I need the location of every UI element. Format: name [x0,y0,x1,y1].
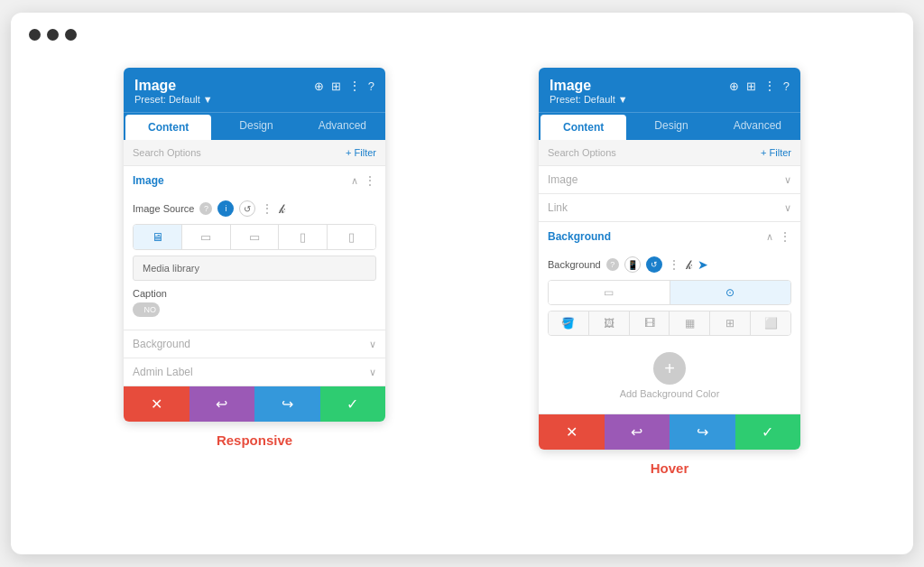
hover-background-field-label: Background [548,259,601,270]
responsive-img-src-tablet2[interactable]: ▭ [231,225,280,249]
dot-1 [29,29,41,41]
hover-background-section-body: Background ? 📱 ↺ ⋮ 𝓀 ➤ ▭ ⊙ [539,251,800,414]
hover-filter-btn[interactable]: + Filter [761,147,791,158]
responsive-caption-toggle[interactable]: NO [133,302,160,317]
responsive-redo-btn[interactable]: ↪ [254,386,320,422]
responsive-img-src-monitor[interactable]: 🖥 [134,225,182,249]
hover-add-bg-color-label: Add Background Color [620,388,720,399]
responsive-bottom-bar: ✕ ↩ ↪ ✓ [124,386,385,422]
responsive-toggle-track[interactable]: NO [133,302,160,317]
responsive-admin-label-chevron[interactable]: ∨ [369,367,376,378]
responsive-admin-label-section-header[interactable]: Admin Label ∨ [124,358,385,386]
responsive-image-source-row: Image Source ? i ↺ ⋮ 𝓀 [133,200,376,217]
responsive-cancel-btn[interactable]: ✕ [124,386,189,422]
hover-target-icon[interactable]: ⊕ [729,79,739,93]
responsive-caption-toggle-row: NO [133,302,376,317]
responsive-label: Responsive [217,432,292,448]
responsive-background-section: Background ∨ [124,330,385,358]
responsive-panel-title: Image [134,77,213,94]
dot-3 [65,29,77,41]
hover-link-section-header[interactable]: Link ∨ [539,194,800,221]
hover-image-section-header[interactable]: Image ∨ [539,166,800,193]
hover-panel-icons: ⊕ ⊞ ⋮ ? [729,79,790,93]
hover-bg-icon-gradient[interactable]: ▦ [670,311,710,335]
hover-search-bar: Search Options + Filter [539,140,800,166]
hover-bg-icon-image[interactable]: 🖼 [589,311,630,335]
hover-bg-icon-circle[interactable]: ⊙ [670,281,791,304]
responsive-image-source-info-btn[interactable]: i [217,200,234,217]
responsive-caption-label: Caption [133,288,376,299]
responsive-panel-icons: ⊕ ⊞ ⋮ ? [314,79,374,93]
responsive-background-section-title: Background [133,338,190,350]
responsive-img-src-tablet[interactable]: ▭ [182,225,231,249]
responsive-media-library-btn[interactable]: Media library [133,256,376,281]
responsive-image-section-title: Image [133,174,164,187]
responsive-undo-btn[interactable]: ↩ [189,386,255,422]
hover-image-section-title: Image [548,173,578,186]
responsive-admin-label-section-title: Admin Label [133,366,193,378]
hover-bg-icons-row1: ▭ ⊙ [548,280,791,305]
hover-link-section: Link ∨ [539,194,800,222]
responsive-tab-advanced[interactable]: Advanced [300,113,385,140]
responsive-save-btn[interactable]: ✓ [320,386,386,422]
hover-bg-icon-video[interactable]: 🎞 [630,311,670,335]
hover-panel-preset[interactable]: Preset: Default ▼ [550,94,628,105]
responsive-panel-preset[interactable]: Preset: Default ▼ [134,94,213,105]
hover-undo-btn[interactable]: ↩ [605,414,670,450]
responsive-tab-design[interactable]: Design [213,113,299,140]
responsive-image-chevron-up[interactable]: ∧ [351,175,358,187]
hover-bg-icon-bucket[interactable]: 🪣 [549,311,589,335]
responsive-panel-wrapper: Image Preset: Default ▼ ⊕ ⊞ ⋮ ? Content … [124,68,385,448]
responsive-layout-icon[interactable]: ⊞ [331,79,341,93]
hover-background-active-icon-btn[interactable]: ↺ [646,256,662,273]
responsive-img-src-mobile[interactable]: ▯ [279,225,328,249]
hover-save-btn[interactable]: ✓ [735,414,801,450]
hover-tab-content[interactable]: Content [541,115,626,140]
hover-bg-icon-pattern[interactable]: ⊞ [710,311,751,335]
responsive-search-input[interactable]: Search Options [133,147,201,158]
hover-layout-icon[interactable]: ⊞ [746,79,756,93]
responsive-help-icon[interactable]: ? [368,79,374,93]
responsive-panel: Image Preset: Default ▼ ⊕ ⊞ ⋮ ? Content … [124,68,385,422]
hover-background-chevron-up[interactable]: ∧ [766,231,773,243]
responsive-background-chevron[interactable]: ∨ [369,339,376,350]
panels-container: Image Preset: Default ▼ ⊕ ⊞ ⋮ ? Content … [29,59,895,485]
hover-tab-advanced[interactable]: Advanced [715,113,800,140]
hover-background-phone-btn[interactable]: 📱 [624,256,641,273]
responsive-tabs: Content Design Advanced [124,112,385,140]
hover-background-help[interactable]: ? [606,258,619,271]
browser-dots [29,29,895,41]
responsive-dots-icon[interactable]: ⋮ [348,79,361,93]
hover-bottom-bar: ✕ ↩ ↪ ✓ [539,414,800,450]
hover-background-dots[interactable]: ⋮ [779,229,791,244]
responsive-image-source-help[interactable]: ? [199,202,212,215]
responsive-image-dots[interactable]: ⋮ [364,173,376,188]
responsive-image-source-refresh-btn[interactable]: ↺ [239,200,255,217]
responsive-image-source-dots[interactable]: ⋮ [261,201,273,216]
hover-redo-btn[interactable]: ↪ [670,414,735,450]
responsive-tab-content[interactable]: Content [125,115,211,140]
hover-link-chevron[interactable]: ∨ [784,202,791,214]
responsive-filter-btn[interactable]: + Filter [346,147,376,158]
hover-bg-icon-square[interactable]: ▭ [549,281,670,304]
hover-background-section-header[interactable]: Background ∧ ⋮ [539,222,800,251]
hover-background-field-dots[interactable]: ⋮ [668,257,680,272]
hover-search-input[interactable]: Search Options [548,147,616,158]
responsive-image-section-header[interactable]: Image ∧ ⋮ [124,166,385,195]
dot-2 [47,29,59,41]
hover-cancel-btn[interactable]: ✕ [539,414,605,450]
responsive-target-icon[interactable]: ⊕ [314,79,324,93]
hover-add-bg-color-container: + Add Background Color [548,341,791,404]
hover-background-section-title: Background [548,230,611,243]
hover-cursor: 𝓀 [686,257,692,273]
hover-dots-icon[interactable]: ⋮ [763,79,776,93]
hover-bg-icon-mask[interactable]: ⬜ [751,311,790,335]
hover-help-icon[interactable]: ? [783,79,790,93]
hover-background-section: Background ∧ ⋮ Background ? 📱 ↺ [539,222,800,414]
responsive-background-section-header[interactable]: Background ∨ [124,330,385,358]
responsive-img-src-mobile2[interactable]: ▯ [328,225,375,249]
hover-add-bg-color-btn[interactable]: + [653,352,686,385]
hover-panel-title: Image [550,77,628,94]
hover-tab-design[interactable]: Design [628,113,714,140]
hover-image-chevron[interactable]: ∨ [784,174,791,186]
